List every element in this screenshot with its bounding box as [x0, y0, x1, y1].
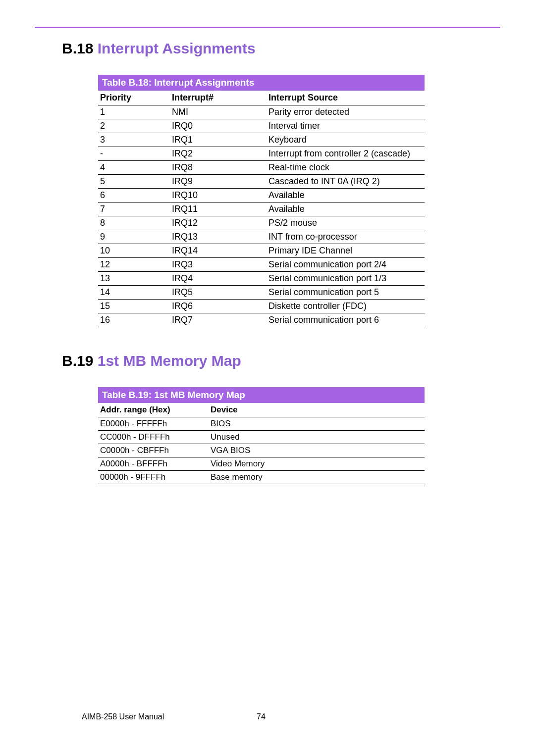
table-cell: 9	[98, 230, 170, 244]
table-cell: A0000h - BFFFFh	[98, 457, 209, 471]
table-cell: Serial communication port 2/4	[267, 258, 425, 272]
table-b18-wrap: Table B.18: Interrupt Assignments Priori…	[98, 75, 425, 327]
table-cell: E0000h - FFFFFh	[98, 417, 209, 431]
col-interrupt-source: Interrupt Source	[267, 91, 425, 105]
table-cell: IRQ0	[170, 119, 267, 133]
table-cell: 00000h - 9FFFFh	[98, 471, 209, 484]
table-row: E0000h - FFFFFhBIOS	[98, 417, 425, 431]
table-cell: 12	[98, 258, 170, 272]
table-cell: CC000h - DFFFFh	[98, 431, 209, 444]
table-cell: Diskette controller (FDC)	[267, 300, 425, 313]
table-cell: IRQ9	[170, 175, 267, 189]
table-cell: IRQ7	[170, 313, 267, 327]
table-cell: Keyboard	[267, 133, 425, 147]
table-cell: C0000h - CBFFFh	[98, 444, 209, 457]
table-cell: Unused	[209, 431, 425, 444]
table-cell: IRQ13	[170, 230, 267, 244]
table-cell: IRQ2	[170, 147, 267, 161]
col-priority: Priority	[98, 91, 170, 105]
table-cell: IRQ10	[170, 189, 267, 202]
table-cell: 2	[98, 119, 170, 133]
table-row: 10IRQ14Primary IDE Channel	[98, 244, 425, 258]
table-cell: BIOS	[209, 417, 425, 431]
table-cell: IRQ11	[170, 202, 267, 216]
table-b19-caption: Table B.19: 1st MB Memory Map	[98, 387, 425, 403]
table-cell: 1	[98, 105, 170, 119]
table-cell: 6	[98, 189, 170, 202]
table-cell: Serial communication port 6	[267, 313, 425, 327]
table-row: 6IRQ10Available	[98, 189, 425, 202]
table-cell: VGA BIOS	[209, 444, 425, 457]
table-b18: Priority Interrupt# Interrupt Source 1NM…	[98, 91, 425, 327]
table-cell: Available	[267, 202, 425, 216]
footer-manual-name: AIMB-258 User Manual	[82, 712, 164, 721]
table-b19: Addr. range (Hex) Device E0000h - FFFFFh…	[98, 403, 425, 484]
table-cell: 14	[98, 286, 170, 300]
table-row: 2IRQ0Interval timer	[98, 119, 425, 133]
table-row: -IRQ2Interrupt from controller 2 (cascad…	[98, 147, 425, 161]
table-cell: IRQ14	[170, 244, 267, 258]
table-cell: Available	[267, 189, 425, 202]
table-b19-wrap: Table B.19: 1st MB Memory Map Addr. rang…	[98, 387, 425, 484]
table-cell: Cascaded to INT 0A (IRQ 2)	[267, 175, 425, 189]
section-number: B.18	[62, 40, 93, 56]
table-cell: IRQ12	[170, 216, 267, 230]
table-cell: Real-time clock	[267, 161, 425, 175]
table-header-row: Priority Interrupt# Interrupt Source	[98, 91, 425, 105]
table-cell: IRQ5	[170, 286, 267, 300]
table-row: 3IRQ1Keyboard	[98, 133, 425, 147]
table-cell: Interval timer	[267, 119, 425, 133]
section-title: 1st MB Memory Map	[98, 353, 241, 369]
table-row: 4IRQ8Real-time clock	[98, 161, 425, 175]
table-cell: IRQ3	[170, 258, 267, 272]
table-cell: -	[98, 147, 170, 161]
table-row: 7IRQ11Available	[98, 202, 425, 216]
table-row: 1NMIParity error detected	[98, 105, 425, 119]
section-heading-b18: B.18 Interrupt Assignments	[62, 40, 428, 57]
table-b18-caption: Table B.18: Interrupt Assignments	[98, 75, 425, 91]
table-cell: IRQ6	[170, 300, 267, 313]
table-cell: 7	[98, 202, 170, 216]
table-row: 16IRQ7Serial communication port 6	[98, 313, 425, 327]
page-footer: AIMB-258 User Manual 74	[82, 712, 448, 721]
table-cell: IRQ4	[170, 272, 267, 286]
table-cell: Parity error detected	[267, 105, 425, 119]
col-addr-range: Addr. range (Hex)	[98, 403, 209, 417]
table-row: 14IRQ5Serial communication port 5	[98, 286, 425, 300]
table-cell: 13	[98, 272, 170, 286]
table-cell: 16	[98, 313, 170, 327]
table-row: CC000h - DFFFFhUnused	[98, 431, 425, 444]
table-cell: 3	[98, 133, 170, 147]
section-heading-b19: B.19 1st MB Memory Map	[62, 352, 428, 370]
table-cell: 5	[98, 175, 170, 189]
table-row: C0000h - CBFFFhVGA BIOS	[98, 444, 425, 457]
table-cell: NMI	[170, 105, 267, 119]
table-cell: Base memory	[209, 471, 425, 484]
table-cell: Primary IDE Channel	[267, 244, 425, 258]
table-row: 13IRQ4Serial communication port 1/3	[98, 272, 425, 286]
section-title: Interrupt Assignments	[98, 40, 256, 56]
table-cell: Interrupt from controller 2 (cascade)	[267, 147, 425, 161]
table-header-row: Addr. range (Hex) Device	[98, 403, 425, 417]
table-cell: 8	[98, 216, 170, 230]
table-row: 5IRQ9Cascaded to INT 0A (IRQ 2)	[98, 175, 425, 189]
table-cell: INT from co-processor	[267, 230, 425, 244]
table-cell: IRQ1	[170, 133, 267, 147]
table-cell: 15	[98, 300, 170, 313]
table-row: 00000h - 9FFFFhBase memory	[98, 471, 425, 484]
table-cell: Video Memory	[209, 457, 425, 471]
table-cell: Serial communication port 5	[267, 286, 425, 300]
table-row: 8IRQ12PS/2 mouse	[98, 216, 425, 230]
table-cell: IRQ8	[170, 161, 267, 175]
table-row: 9IRQ13INT from co-processor	[98, 230, 425, 244]
section-number: B.19	[62, 353, 93, 369]
footer-page-number: 74	[257, 712, 266, 721]
table-row: 12IRQ3Serial communication port 2/4	[98, 258, 425, 272]
header-rule	[35, 27, 500, 28]
table-row: A0000h - BFFFFhVideo Memory	[98, 457, 425, 471]
table-row: 15IRQ6Diskette controller (FDC)	[98, 300, 425, 313]
col-interrupt-num: Interrupt#	[170, 91, 267, 105]
table-cell: 10	[98, 244, 170, 258]
col-device: Device	[209, 403, 425, 417]
table-cell: PS/2 mouse	[267, 216, 425, 230]
